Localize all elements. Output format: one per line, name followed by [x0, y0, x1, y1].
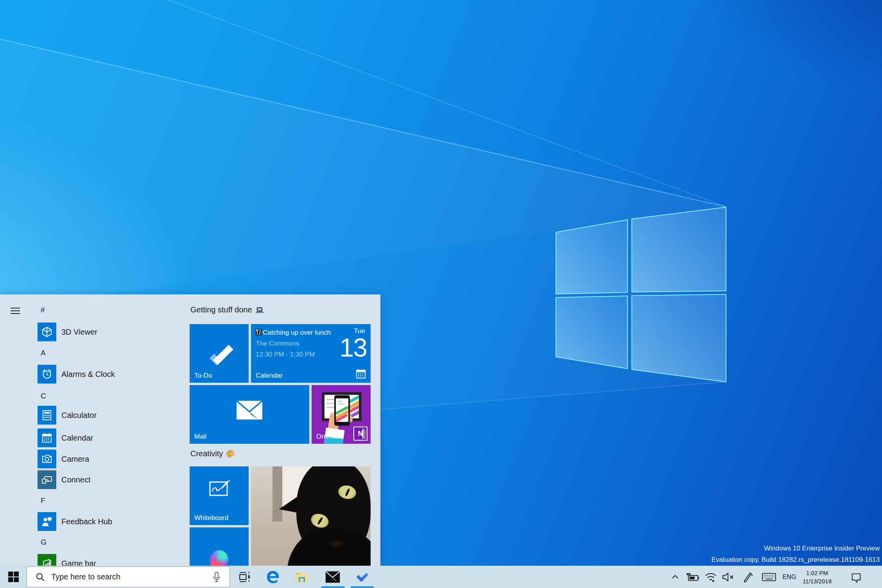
app-list-section-A[interactable]: A: [38, 348, 188, 358]
app-list-item-calendar[interactable]: Calendar: [38, 428, 188, 447]
taskbar: Type here to search: [0, 566, 882, 588]
3d-cube-icon: [38, 323, 56, 341]
app-list-item-game-bar[interactable]: Game bar: [38, 554, 188, 566]
mail-app-button[interactable]: [324, 566, 341, 588]
app-label: Feedback Hub: [61, 517, 112, 526]
search-icon: [36, 572, 45, 582]
app-list-item-feedback-hub[interactable]: Feedback Hub: [38, 512, 188, 531]
tray-volume[interactable]: [720, 566, 736, 588]
calendar-event: Catching up over lunch The Commons 12:30…: [256, 327, 338, 360]
watermark-line1: Windows 10 Enterprise Insider Preview: [712, 543, 880, 554]
task-view-button[interactable]: [236, 566, 253, 588]
todo-check-taskbar-icon: [354, 570, 370, 584]
calendar-glyph-icon: [356, 369, 366, 379]
file-explorer-button[interactable]: [294, 566, 310, 588]
evaluation-watermark: Windows 10 Enterprise Insider Preview Ev…: [712, 543, 880, 565]
battery-charging-icon: [686, 572, 699, 582]
alarm-clock-icon: [38, 365, 56, 384]
tray-battery[interactable]: [685, 566, 701, 588]
tray-show-hidden-icons[interactable]: [668, 566, 682, 588]
calculator-icon: [38, 406, 56, 425]
start-button[interactable]: [0, 566, 27, 588]
app-label: Calendar: [61, 434, 93, 443]
touch-keyboard-icon: [762, 572, 776, 583]
tile-group-header-creativity[interactable]: Creativity: [190, 449, 235, 458]
mail-envelope-icon: [236, 400, 263, 420]
clock-time: 1:02 PM: [806, 569, 828, 577]
app-list-section-F[interactable]: F: [38, 496, 188, 506]
app-list-section-G[interactable]: G: [38, 538, 188, 547]
tile-whiteboard[interactable]: Whiteboard: [190, 466, 249, 525]
calendar-icon: [38, 428, 56, 447]
app-list-item-connect[interactable]: Connect: [38, 470, 188, 489]
todo-app-button[interactable]: [354, 566, 370, 588]
camera-icon: [38, 450, 56, 468]
whiteboard-icon: [209, 480, 230, 498]
tile-label: To-Do: [194, 372, 212, 380]
edge-icon: [265, 570, 280, 584]
expand-menu-icon[interactable]: [11, 308, 20, 314]
laptop-emoji-icon: [255, 306, 264, 314]
todo-running-indicator: [351, 586, 374, 588]
search-placeholder: Type here to search: [51, 572, 120, 581]
tray-touch-keyboard[interactable]: [760, 566, 778, 588]
fork-knife-emoji-icon: [256, 329, 262, 335]
edge-browser-button[interactable]: [265, 566, 281, 588]
tile-label: Calendar: [256, 372, 283, 380]
mail-running-indicator: [321, 586, 344, 588]
event-location: The Commons: [256, 338, 338, 349]
tray-language[interactable]: ENG: [780, 566, 798, 588]
connect-icon: [38, 470, 56, 489]
task-view-icon: [237, 570, 252, 584]
onenote-logo-icon: N: [353, 427, 368, 441]
app-label: Calculator: [61, 411, 97, 420]
tile-onenote[interactable]: OneNote N: [312, 385, 371, 444]
microphone-icon[interactable]: [212, 572, 221, 583]
palette-emoji-icon: [226, 450, 235, 458]
watermark-line2: Evaluation copy. Build 18282.rs_prerelea…: [712, 554, 880, 565]
tile-todo[interactable]: To-Do: [190, 324, 249, 383]
start-menu: #3D ViewerAAlarms & ClockCCalculatorCale…: [0, 294, 380, 566]
action-center-button[interactable]: [846, 566, 866, 588]
app-label: Alarms & Clock: [61, 370, 115, 379]
language-indicator: ENG: [783, 574, 796, 581]
tile-group-header-getting-stuff-done[interactable]: Getting stuff done: [190, 305, 264, 314]
mail-taskbar-icon: [325, 570, 341, 584]
start-menu-rail: [0, 294, 30, 566]
tile-label: OneNote: [316, 433, 343, 441]
feedback-icon: [38, 512, 56, 531]
action-center-icon: [850, 571, 862, 583]
tile-mail[interactable]: Mail: [190, 385, 309, 444]
app-list-item-camera[interactable]: Camera: [38, 450, 188, 468]
onenote-illustration-phone: [334, 395, 350, 426]
cat-photo: [251, 466, 371, 566]
calendar-date: 13: [340, 333, 367, 362]
tile-calendar[interactable]: Catching up over lunch The Commons 12:30…: [251, 324, 371, 383]
app-label: Game bar: [61, 559, 96, 566]
wifi-icon: [705, 572, 717, 583]
group-title: Getting stuff done: [190, 305, 252, 314]
tile-label: Whiteboard: [194, 514, 228, 522]
windows-start-icon: [8, 572, 19, 582]
file-explorer-icon: [295, 570, 309, 584]
taskbar-search-input[interactable]: Type here to search: [27, 566, 230, 587]
app-label: Connect: [61, 475, 91, 484]
app-list-section-C[interactable]: C: [38, 391, 188, 401]
tray-pen[interactable]: [740, 566, 755, 588]
event-time: 12:30 PM - 1:30 PM: [256, 349, 338, 360]
event-title: Catching up over lunch: [263, 329, 331, 336]
chevron-up-icon: [670, 572, 680, 582]
app-list-item-calculator[interactable]: Calculator: [38, 406, 188, 425]
start-menu-app-list: #3D ViewerAAlarms & ClockCCalculatorCale…: [38, 294, 188, 566]
game-bar-icon: [38, 554, 56, 566]
app-list-item-3d-viewer[interactable]: 3D Viewer: [38, 323, 188, 341]
pen-icon: [742, 571, 753, 583]
tile-cortana[interactable]: [190, 527, 249, 566]
tray-clock[interactable]: 1:02 PM 11/13/2018: [798, 566, 836, 588]
app-list-section-#[interactable]: #: [38, 305, 188, 315]
app-label: 3D Viewer: [61, 328, 97, 337]
app-list-item-alarms-clock[interactable]: Alarms & Clock: [38, 365, 188, 384]
volume-muted-icon: [721, 572, 735, 583]
tray-network[interactable]: [703, 566, 719, 588]
tile-photos-cat[interactable]: [251, 466, 371, 566]
